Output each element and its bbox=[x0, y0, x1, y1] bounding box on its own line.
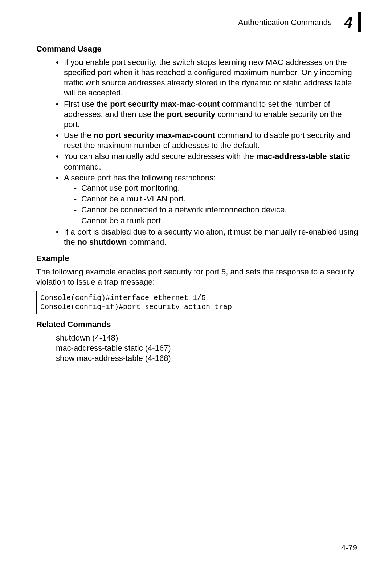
restriction-1-text: Cannot use port monitoring. bbox=[81, 183, 180, 192]
usage-item-3: Use the no port security max-mac-count c… bbox=[56, 130, 359, 151]
usage-item-3-pre: Use the bbox=[64, 131, 94, 140]
usage-item-5-text: A secure port has the following restrict… bbox=[64, 173, 216, 182]
section-heading-related: Related Commands bbox=[36, 320, 359, 329]
chapter-number: 4 bbox=[344, 15, 352, 30]
usage-item-2-pre: First use the bbox=[64, 99, 110, 109]
example-intro: The following example enables port secur… bbox=[36, 267, 359, 287]
chapter-bar-icon bbox=[358, 12, 361, 32]
related-commands-list: shutdown (4-148) mac-address-table stati… bbox=[56, 333, 359, 363]
usage-item-2-bold2: port security bbox=[167, 110, 215, 119]
usage-item-2: First use the port security max-mac-coun… bbox=[56, 99, 359, 130]
usage-item-6: If a port is disabled due to a security … bbox=[56, 227, 359, 247]
usage-item-6-bold: no shutdown bbox=[77, 237, 127, 247]
page-header: Authentication Commands 4 bbox=[36, 15, 359, 30]
section-heading-command-usage: Command Usage bbox=[36, 44, 359, 54]
header-title: Authentication Commands bbox=[238, 18, 332, 27]
related-item-3: show mac-address-table (4-168) bbox=[56, 353, 359, 363]
restriction-3-text: Cannot be connected to a network interco… bbox=[81, 205, 287, 214]
restriction-4-text: Cannot be a trunk port. bbox=[81, 216, 163, 225]
restriction-4: Cannot be a trunk port. bbox=[74, 216, 359, 226]
restriction-2: Cannot be a multi-VLAN port. bbox=[74, 194, 359, 204]
example-code: Console(config)#interface ethernet 1/5 C… bbox=[36, 291, 359, 314]
page: Authentication Commands 4 Command Usage … bbox=[0, 0, 392, 570]
usage-item-2-bold1: port security max-mac-count bbox=[110, 99, 220, 109]
restrictions-list: Cannot use port monitoring. Cannot be a … bbox=[74, 183, 359, 226]
usage-item-1-text: If you enable port security, the switch … bbox=[64, 58, 352, 97]
page-number: 4-79 bbox=[341, 543, 357, 553]
chapter-badge: 4 bbox=[338, 15, 359, 30]
usage-item-3-bold: no port security max-mac-count bbox=[94, 131, 215, 140]
usage-item-4-bold: mac-address-table static bbox=[256, 152, 350, 161]
usage-item-1: If you enable port security, the switch … bbox=[56, 57, 359, 98]
usage-item-6-post: command. bbox=[127, 237, 167, 247]
related-item-2: mac-address-table static (4-167) bbox=[56, 343, 359, 353]
restriction-3: Cannot be connected to a network interco… bbox=[74, 205, 359, 215]
restriction-1: Cannot use port monitoring. bbox=[74, 183, 359, 193]
usage-item-5: A secure port has the following restrict… bbox=[56, 173, 359, 226]
usage-item-4: You can also manually add secure address… bbox=[56, 151, 359, 172]
restriction-2-text: Cannot be a multi-VLAN port. bbox=[81, 194, 185, 203]
section-heading-example: Example bbox=[36, 254, 359, 263]
command-usage-list: If you enable port security, the switch … bbox=[56, 57, 359, 247]
related-item-1: shutdown (4-148) bbox=[56, 333, 359, 343]
usage-item-4-post: command. bbox=[64, 162, 101, 171]
usage-item-4-pre: You can also manually add secure address… bbox=[64, 152, 256, 161]
command-usage-body: If you enable port security, the switch … bbox=[36, 57, 359, 247]
